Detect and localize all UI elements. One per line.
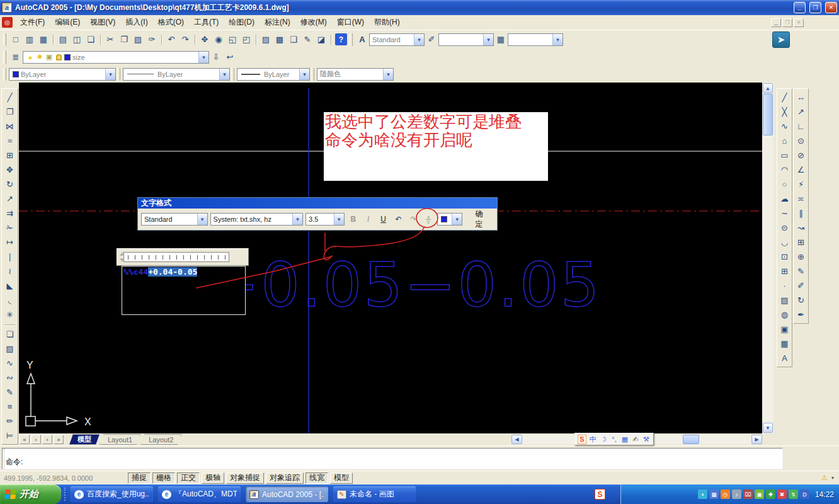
dim-style-combo[interactable]: ▾ xyxy=(438,33,494,46)
zoom-previous-button[interactable]: ◰ xyxy=(239,33,253,47)
layer-thaw-sun-icon[interactable]: ✹ xyxy=(35,53,44,62)
tolerance-dimension-text[interactable]: +0.05−0.05 xyxy=(208,254,602,317)
stack-button[interactable]: a b xyxy=(422,213,435,226)
layer-on-bulb-icon[interactable]: ● xyxy=(26,53,35,62)
file-menu[interactable]: 文件(F) xyxy=(15,15,50,30)
italic-button[interactable]: I xyxy=(362,213,375,226)
polygon-button[interactable]: ⌂ xyxy=(777,134,792,148)
sogou-logo-icon[interactable]: S xyxy=(578,435,586,444)
aligned-dimension-button[interactable]: ↗ xyxy=(794,105,808,119)
draworder-button[interactable]: ❏ xyxy=(3,327,17,341)
draw-menu[interactable]: 绘图(D) xyxy=(224,15,260,30)
snap-toggle[interactable]: 捕捉 xyxy=(128,472,151,484)
stretch-button[interactable]: ⇉ xyxy=(3,206,17,220)
drawing-canvas[interactable]: +0.05−0.05 我选中了公差数字可是堆叠 命令为啥没有开启呢 文字格式 S… xyxy=(19,83,762,433)
dimension-style-button[interactable]: ✒ xyxy=(794,307,808,322)
help-menu[interactable]: 帮助(H) xyxy=(369,15,405,30)
publish-button[interactable]: ❏ xyxy=(84,33,98,47)
indent-marker-icon[interactable] xyxy=(120,252,125,262)
punctuation-icon[interactable]: °, xyxy=(610,435,619,444)
tolerance-button[interactable]: ⊞ xyxy=(794,235,808,249)
color-combo[interactable]: ByLayer ▾ xyxy=(9,68,116,81)
dropdown-arrow-icon[interactable]: ▾ xyxy=(292,214,302,225)
break-button[interactable]: ≀ xyxy=(3,264,17,278)
multiline-text-button[interactable]: A xyxy=(777,351,792,365)
paste-button[interactable]: ▧ xyxy=(131,33,145,47)
layer-previous-icon[interactable]: ↩ xyxy=(223,50,237,64)
communication-alert-icon[interactable]: ⚠ xyxy=(819,473,830,483)
region-button[interactable]: ▣ xyxy=(777,322,792,336)
layout1-tab[interactable]: Layout1 xyxy=(100,434,140,445)
taskbar-clock[interactable]: 14:22 xyxy=(815,490,834,499)
vertical-scrollbar[interactable]: ▲ ▼ xyxy=(762,83,773,433)
ellipse-arc-button[interactable]: ◡ xyxy=(777,235,792,249)
alarm-clock-icon[interactable]: ◷ xyxy=(721,490,730,499)
dropdown-arrow-icon[interactable]: ▾ xyxy=(197,214,207,225)
break-at-point-button[interactable]: ∣ xyxy=(3,249,17,264)
circle-button[interactable]: ○ xyxy=(777,177,792,192)
insert-block-button[interactable]: ⊡ xyxy=(777,249,792,264)
format-menu[interactable]: 格式(O) xyxy=(153,15,189,30)
center-mark-button[interactable]: ⊕ xyxy=(794,249,808,264)
layer-combo[interactable]: ● ✹ ▣ size ▾ xyxy=(23,51,209,64)
quick-dimension-button[interactable]: ⚡ xyxy=(794,177,808,192)
quick-leader-button[interactable]: ↝ xyxy=(794,220,808,235)
task-baidu-search-button[interactable]: e 百度搜索_使用ug... xyxy=(71,486,153,502)
undo-button[interactable]: ↶ xyxy=(164,33,178,47)
cut-button[interactable]: ✂ xyxy=(103,33,117,47)
close-button[interactable]: ✕ xyxy=(825,2,837,13)
text-style-combo[interactable]: Standard ▾ xyxy=(369,33,425,46)
match-properties-button[interactable]: ✑ xyxy=(145,33,159,47)
dropdown-arrow-icon[interactable]: ▾ xyxy=(198,52,208,63)
dropdown-arrow-icon[interactable]: ▾ xyxy=(299,69,309,80)
chinese-mode-icon[interactable]: 中 xyxy=(588,435,597,444)
toolbar-grip[interactable] xyxy=(350,33,353,46)
line-button[interactable]: ╱ xyxy=(777,90,792,105)
array-button[interactable]: ⊞ xyxy=(3,148,17,163)
table-style-combo[interactable]: ▾ xyxy=(508,33,563,46)
layer-properties-manager-icon[interactable]: ≣ xyxy=(9,50,23,64)
align-button[interactable]: ⊨ xyxy=(3,428,17,443)
model-space-toggle[interactable]: 模型 xyxy=(330,472,353,484)
ortho-toggle[interactable]: 正交 xyxy=(177,472,200,484)
radius-dimension-button[interactable]: ⊙ xyxy=(794,134,808,148)
rectangle-button[interactable]: ▭ xyxy=(777,148,792,163)
dim-style-manager-icon[interactable]: ✐ xyxy=(425,33,438,47)
mdi-minimize-icon[interactable]: ▁ xyxy=(771,18,781,27)
vertical-scrollbar-thumb[interactable] xyxy=(763,94,773,135)
qnew-button[interactable]: □ xyxy=(9,33,23,47)
settings-wrench-icon[interactable]: ⚒ xyxy=(642,435,651,444)
toolbar-grip[interactable] xyxy=(231,68,234,81)
angular-dimension-button[interactable]: ∠ xyxy=(794,163,808,177)
command-input[interactable]: 命令: xyxy=(2,448,783,469)
make-block-button[interactable]: ⊞ xyxy=(777,264,792,278)
display-settings-icon[interactable]: ▣ xyxy=(755,490,764,499)
copy-object-button[interactable]: ❐ xyxy=(3,105,17,119)
dialog-font-combo[interactable]: System: txt.shx, hz ▾ xyxy=(210,213,303,226)
minimize-button[interactable]: _ xyxy=(794,2,806,13)
extend-button[interactable]: ↦ xyxy=(3,235,17,249)
arc-button[interactable]: ◠ xyxy=(777,163,792,177)
ordinate-dimension-button[interactable]: ∟ xyxy=(794,119,808,134)
grid-toggle[interactable]: 栅格 xyxy=(152,472,175,484)
network-offline-icon[interactable]: ⌧ xyxy=(743,490,753,499)
scroll-up-icon[interactable]: ▲ xyxy=(763,83,773,93)
edit-menu[interactable]: 编辑(E) xyxy=(50,15,85,30)
sogou-quicklaunch-icon[interactable]: S xyxy=(595,489,605,500)
tab-nav-prev-icon[interactable]: ‹ xyxy=(31,435,41,444)
restore-button[interactable]: ❐ xyxy=(809,2,821,13)
mdi-restore-icon[interactable]: ❐ xyxy=(782,18,792,27)
windows-update-icon[interactable]: ▦ xyxy=(709,490,719,499)
dropdown-arrow-icon[interactable]: ▾ xyxy=(105,69,115,80)
scale-button[interactable]: ↗ xyxy=(3,192,17,206)
start-button[interactable]: 开始 xyxy=(0,484,61,504)
baseline-dimension-button[interactable]: ≍ xyxy=(794,192,808,206)
dropdown-arrow-icon[interactable]: ▾ xyxy=(219,69,229,80)
plot-style-combo[interactable]: 随颜色 ▾ xyxy=(317,68,394,81)
save-button[interactable]: ▦ xyxy=(37,33,50,47)
dropdown-arrow-icon[interactable]: ▾ xyxy=(483,34,493,45)
db-connect-button[interactable]: ◪ xyxy=(314,33,328,47)
model-tab[interactable]: 模型 xyxy=(69,434,100,445)
table-button[interactable]: ▦ xyxy=(777,336,792,351)
underline-button[interactable]: U xyxy=(377,213,390,226)
